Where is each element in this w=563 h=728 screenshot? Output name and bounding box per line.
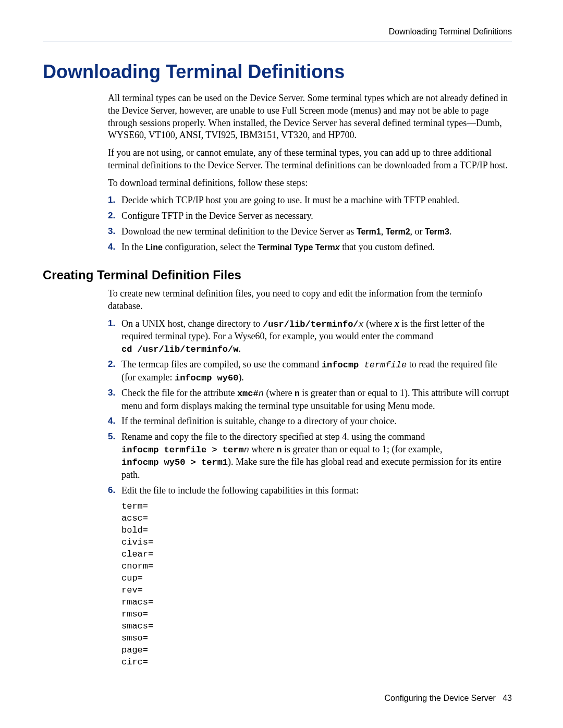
create-p1: To create new terminal definition files,… <box>108 288 512 313</box>
intro-p3: To download terminal definitions, follow… <box>108 177 512 190</box>
t: Edit the file to include the following c… <box>121 485 359 496</box>
cstep-5: 5. Rename and copy the file to the direc… <box>108 431 512 481</box>
step-number: 5. <box>108 431 121 481</box>
t: configuration, select the <box>163 242 258 252</box>
footer-text: Configuring the Device Server <box>384 694 495 702</box>
t: where <box>249 444 277 454</box>
step-text: Configure TFTP in the Device Server as n… <box>121 210 512 223</box>
step-text: Download the new terminal definition to … <box>121 226 512 238</box>
download-steps: 1. Decide which TCP/IP host you are goin… <box>108 194 512 253</box>
step-text: Decide which TCP/IP host you are going t… <box>121 194 512 207</box>
t: , <box>381 226 386 237</box>
step-number: 1. <box>108 318 121 356</box>
step-3: 3. Download the new terminal definition … <box>108 226 512 238</box>
create-block: To create new terminal definition files,… <box>108 288 512 668</box>
t: . <box>449 226 452 237</box>
t: (where <box>364 318 395 329</box>
step-number: 4. <box>108 241 121 254</box>
step-2: 2. Configure TFTP in the Device Server a… <box>108 210 512 223</box>
t: Rename and copy the file to the director… <box>121 431 425 442</box>
var-n: n <box>259 389 264 399</box>
t: Check the file for the attribute <box>121 388 237 398</box>
step-text: Edit the file to include the following c… <box>121 485 512 669</box>
terminal-type: Terminal Type Term <box>258 243 335 252</box>
example-cmd: infocmp wy50 > term1 <box>121 458 228 467</box>
section-heading: Creating Terminal Definition Files <box>43 268 512 282</box>
line-config: Line <box>145 243 163 252</box>
step-number: 1. <box>108 194 121 207</box>
t: is greater than or equal to 1; (for exam… <box>282 444 443 454</box>
page-header-right: Downloading Terminal Definitions <box>43 27 512 36</box>
t: ). <box>238 372 244 382</box>
step-text: On a UNIX host, change directory to /usr… <box>121 318 512 356</box>
termfile-var: termfile <box>364 360 407 370</box>
intro-p1: All terminal types can be used on the De… <box>108 92 512 142</box>
page-title: Downloading Terminal Definitions <box>43 61 512 83</box>
infocmp-cmd: infocmp <box>322 360 364 370</box>
t: , or <box>410 226 425 237</box>
header-rule <box>43 42 512 42</box>
step-1: 1. Decide which TCP/IP host you are goin… <box>108 194 512 207</box>
t: The termcap files are compiled, so use t… <box>121 359 322 369</box>
cstep-1: 1. On a UNIX host, change directory to /… <box>108 318 512 356</box>
cstep-4: 4. If the terminal definition is suitabl… <box>108 415 512 428</box>
step-number: 2. <box>108 210 121 223</box>
document-page: Downloading Terminal Definitions Downloa… <box>0 0 563 728</box>
t: that you custom defined. <box>340 242 435 252</box>
step-number: 2. <box>108 359 121 384</box>
var-n: n <box>277 445 282 454</box>
t: . <box>238 343 241 354</box>
step-number: 3. <box>108 387 121 412</box>
step-number: 3. <box>108 226 121 238</box>
t: In the <box>121 242 145 252</box>
cd-command: cd /usr/lib/terminfo/w <box>121 344 238 354</box>
step-text: The termcap files are compiled, so use t… <box>121 359 512 384</box>
t: Download the new terminal definition to … <box>121 226 357 237</box>
create-steps: 1. On a UNIX host, change directory to /… <box>108 318 512 669</box>
intro-block: All terminal types can be used on the De… <box>108 92 512 253</box>
rename-cmd: infocmp termfile > term <box>121 445 244 455</box>
var-x: x <box>359 319 364 329</box>
var-n: n <box>244 445 249 455</box>
step-number: 6. <box>108 485 121 669</box>
step-text: Check the file for the attribute xmc#n (… <box>121 387 512 412</box>
var-x: x <box>395 318 399 329</box>
xmc-attr: xmc# <box>237 389 259 399</box>
t: (where <box>264 388 295 398</box>
cstep-6: 6. Edit the file to include the followin… <box>108 485 512 669</box>
step-text: If the terminal definition is suitable, … <box>121 415 512 428</box>
step-number: 4. <box>108 415 121 428</box>
step-4: 4. In the Line configuration, select the… <box>108 241 512 254</box>
terminfo-path: /usr/lib/terminfo/ <box>263 319 359 329</box>
intro-p2: If you are not using, or cannot emulate,… <box>108 147 512 172</box>
infocmp-wy60: infocmp wy60 <box>175 373 238 383</box>
term1: Term1 <box>357 227 381 236</box>
capabilities-list: term= acsc= bold= civis= clear= cnorm= c… <box>121 501 512 668</box>
cstep-2: 2. The termcap files are compiled, so us… <box>108 359 512 384</box>
termx: x <box>335 243 340 252</box>
cstep-3: 3. Check the file for the attribute xmc#… <box>108 387 512 412</box>
step-text: In the Line configuration, select the Te… <box>121 241 512 254</box>
page-number: 43 <box>503 694 512 702</box>
page-footer: Configuring the Device Server 43 <box>384 694 512 703</box>
term2: Term2 <box>386 227 410 236</box>
var-n: n <box>295 389 300 398</box>
t: On a UNIX host, change directory to <box>121 318 263 329</box>
term3: Term3 <box>425 227 449 236</box>
step-text: Rename and copy the file to the director… <box>121 431 512 481</box>
